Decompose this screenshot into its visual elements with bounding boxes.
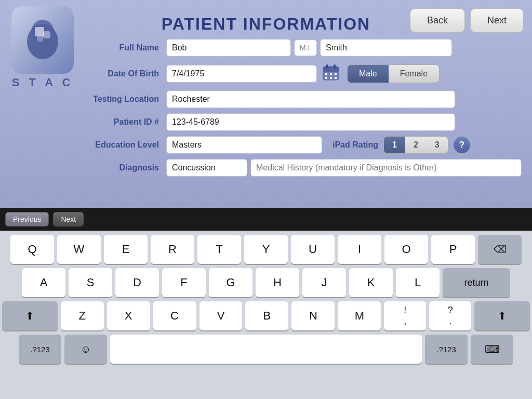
key-c[interactable]: C — [153, 301, 196, 330]
key-question-period[interactable]: ?. — [429, 301, 471, 330]
keyboard-row-3: ⬆ Z X C V B N M !, ?. ⬆ — [2, 301, 530, 330]
mi-input[interactable] — [294, 39, 317, 56]
testing-location-input[interactable] — [166, 90, 455, 108]
key-v[interactable]: V — [200, 301, 243, 330]
key-a[interactable]: A — [22, 268, 65, 297]
rating-1-button[interactable]: 1 — [384, 137, 405, 153]
diagnosis-row: Diagnosis — [88, 159, 522, 177]
dob-row: Date Of Birth Male Female — [88, 62, 522, 85]
svg-rect-11 — [335, 73, 337, 75]
key-q[interactable]: Q — [10, 235, 54, 264]
key-i[interactable]: I — [338, 235, 381, 264]
key-f[interactable]: F — [162, 268, 206, 297]
key-x[interactable]: X — [107, 301, 150, 330]
key-o[interactable]: O — [384, 235, 428, 264]
app-logo-text: S T A C — [12, 76, 74, 89]
previous-toolbar-button[interactable]: Previous — [5, 212, 49, 227]
key-t[interactable]: T — [197, 235, 241, 264]
key-emoji[interactable]: ☺ — [64, 335, 107, 364]
keyboard-toolbar: Previous Next — [0, 208, 532, 231]
diagnosis-input[interactable] — [166, 159, 247, 177]
next-toolbar-button[interactable]: Next — [53, 212, 84, 227]
key-z[interactable]: Z — [61, 301, 104, 330]
svg-rect-3 — [43, 31, 50, 38]
key-g[interactable]: G — [209, 268, 252, 297]
gender-group: Male Female — [347, 64, 440, 83]
next-button[interactable]: Next — [470, 8, 524, 33]
key-j[interactable]: J — [302, 268, 346, 297]
key-y[interactable]: Y — [244, 235, 288, 264]
key-h[interactable]: H — [256, 268, 299, 297]
rating-3-button[interactable]: 3 — [427, 137, 448, 153]
key-l[interactable]: L — [396, 268, 440, 297]
key-r[interactable]: R — [151, 235, 194, 264]
key-e[interactable]: E — [104, 235, 148, 264]
key-exclaim-comma[interactable]: !, — [384, 301, 426, 330]
svg-rect-12 — [325, 77, 327, 79]
key-w[interactable]: W — [57, 235, 101, 264]
svg-rect-4 — [37, 35, 43, 42]
svg-rect-13 — [330, 77, 332, 79]
key-m[interactable]: M — [338, 301, 381, 330]
key-delete[interactable]: ⌫ — [478, 235, 522, 264]
patient-id-input[interactable] — [166, 113, 455, 131]
medical-history-input[interactable] — [250, 159, 522, 177]
svg-rect-8 — [334, 64, 336, 69]
keyboard: Q W E R T Y U I O P ⌫ A S D F G H J K L … — [0, 231, 532, 399]
ipad-rating-label: iPad Rating — [332, 140, 378, 150]
keyboard-row-1: Q W E R T Y U I O P ⌫ — [2, 235, 530, 264]
back-button[interactable]: Back — [410, 8, 465, 33]
keyboard-row-4: .?123 ☺ .?123 ⌨ — [2, 335, 530, 364]
patient-id-label: Patient ID # — [88, 117, 166, 127]
key-space[interactable] — [110, 335, 422, 364]
svg-rect-14 — [335, 77, 337, 79]
testing-location-row: Testing Location — [88, 90, 522, 108]
rating-buttons: 1 2 3 — [383, 136, 448, 154]
first-name-input[interactable] — [166, 39, 291, 57]
key-s[interactable]: S — [69, 268, 112, 297]
key-shift-right[interactable]: ⬆ — [474, 301, 530, 330]
top-buttons: Back Next — [410, 8, 524, 33]
gender-female-button[interactable]: Female — [389, 65, 439, 83]
key-hide-keyboard[interactable]: ⌨ — [471, 335, 513, 364]
key-n[interactable]: N — [291, 301, 335, 330]
ipad-rating-group: iPad Rating 1 2 3 ? — [332, 136, 470, 154]
gender-male-button[interactable]: Male — [348, 65, 389, 83]
key-b[interactable]: B — [245, 301, 288, 330]
dob-label: Date Of Birth — [88, 69, 166, 78]
key-numeric-left[interactable]: .?123 — [19, 335, 61, 364]
education-label: Education Level — [88, 140, 166, 150]
help-button[interactable]: ? — [454, 137, 470, 153]
form-area: Full Name Date Of Birth — [88, 39, 532, 177]
key-shift-left[interactable]: ⬆ — [2, 301, 58, 330]
education-input[interactable] — [166, 136, 322, 154]
key-return[interactable]: return — [443, 268, 510, 297]
diagnosis-label: Diagnosis — [88, 163, 166, 172]
svg-rect-9 — [325, 73, 327, 75]
logo-image — [11, 6, 74, 74]
calendar-button[interactable] — [320, 62, 342, 85]
key-d[interactable]: D — [115, 268, 159, 297]
patient-id-row: Patient ID # — [88, 113, 522, 131]
education-row: Education Level iPad Rating 1 2 3 ? — [88, 136, 522, 154]
dob-input[interactable] — [166, 65, 317, 83]
testing-location-label: Testing Location — [88, 95, 166, 104]
svg-rect-2 — [35, 27, 44, 36]
full-name-label: Full Name — [88, 43, 166, 52]
full-name-row: Full Name — [88, 39, 522, 57]
top-section: S T A C PATIENT INFORMATION Back Next Fu… — [0, 0, 532, 208]
svg-rect-10 — [330, 73, 332, 75]
rating-2-button[interactable]: 2 — [405, 137, 427, 153]
keyboard-row-2: A S D F G H J K L return — [2, 268, 530, 297]
key-p[interactable]: P — [431, 235, 475, 264]
last-name-input[interactable] — [320, 39, 452, 57]
logo-area: S T A C — [6, 6, 79, 95]
key-u[interactable]: U — [291, 235, 335, 264]
svg-rect-7 — [326, 64, 328, 69]
svg-rect-6 — [323, 66, 339, 72]
key-numeric-right[interactable]: .?123 — [425, 335, 468, 364]
key-k[interactable]: K — [349, 268, 393, 297]
